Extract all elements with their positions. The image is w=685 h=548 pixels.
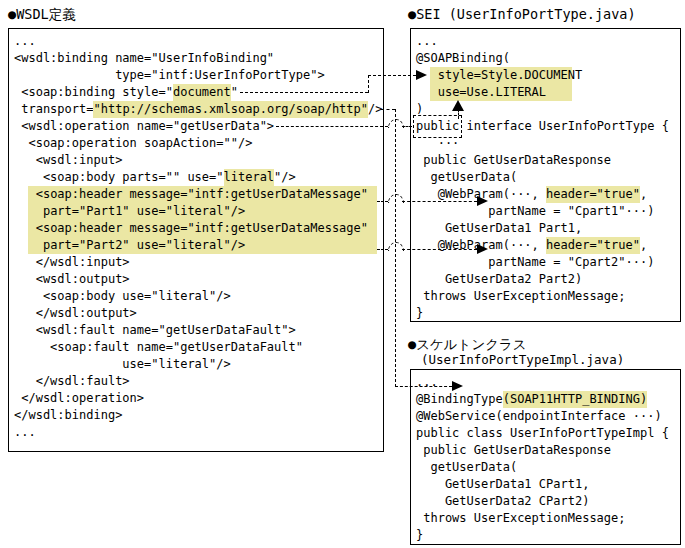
highlight-segment: part="Part2" use="literal"/>: [28, 237, 377, 254]
code-line: </wsdl:input>: [14, 254, 377, 271]
highlight-segment: "http://schemas.xmlsoap.org/soap/http": [93, 101, 368, 118]
skeleton-code-box: ...@BindingType(SOAP11HTTP_BINDING)@WebS…: [410, 369, 681, 545]
highlight-segment: (SOAP11HTTP_BINDING): [503, 391, 648, 408]
code-line: public GetUserDataResponse: [416, 152, 674, 169]
connector-document-style-seg2: [368, 75, 369, 93]
code-text: ): [416, 101, 423, 118]
wsdl-title: ●WSDL定義: [8, 6, 76, 22]
code-line: throws UserExceptionMessage;: [416, 288, 674, 305]
code-line: ...: [416, 33, 674, 50]
connector-part1-webparam-seg2: [402, 201, 477, 202]
code-text: ,: [640, 186, 647, 203]
highlight-segment: style=Style.DOCUMENT: [430, 67, 572, 84]
code-line: <soap:header message="intf:getUserDataMe…: [14, 220, 377, 237]
code-line: GetUserData1 CPart1,: [416, 476, 674, 493]
skeleton-title: ●スケルトンクラス: [408, 336, 527, 352]
code-line: <wsdl:output>: [14, 271, 377, 288]
code-text: ...: [14, 424, 36, 441]
code-line: <soap:body use="literal"/>: [14, 288, 377, 305]
code-line: @WebService(endpointInterface ···): [416, 408, 674, 425]
code-text: getUserData(: [416, 169, 517, 186]
code-line: @SOAPBinding(: [416, 50, 674, 67]
connector-operation-public-seg2: [402, 126, 412, 127]
arrowhead-bindingtype-icon: [452, 381, 463, 391]
code-text: <wsdl:binding name="UserInfoBinding": [14, 50, 274, 67]
code-text: </wsdl:fault>: [14, 373, 130, 390]
code-text: [14, 203, 28, 220]
diagram: ●WSDL定義 ●SEI (UserInfoPortType.java) ●スケ…: [0, 0, 685, 548]
code-line: use="literal"/>: [14, 356, 377, 373]
code-line: partName = "Cpart2"···): [416, 254, 674, 271]
arrowhead-use-literal-icon: [452, 100, 464, 111]
code-text: partName = "Cpart2"···): [416, 254, 654, 271]
code-line: <soap:fault name="getUserDataFault": [14, 339, 377, 356]
code-text: <wsdl:output>: [14, 271, 130, 288]
connector-document-style-seg3: [368, 75, 416, 76]
code-line: type="intf:UserInfoPortType">: [14, 67, 377, 84]
code-text: GetUserData1 CPart1,: [416, 476, 589, 493]
code-line: <wsdl:binding name="UserInfoBinding": [14, 50, 377, 67]
code-text: [14, 237, 28, 254]
code-text: GetUserData2 Part2): [416, 271, 582, 288]
highlight-segment: document: [173, 84, 231, 101]
code-line: <wsdl:input>: [14, 152, 377, 169]
code-line: part="Part1" use="literal"/>: [14, 203, 377, 220]
code-text: }: [416, 527, 423, 544]
code-text: GetUserData1 Part1,: [416, 220, 582, 237]
code-text: throws UserExceptionMessage;: [416, 288, 626, 305]
arrowhead-style-document-icon: [416, 70, 427, 80]
code-line: <soap:body parts="" use="literal"/>: [14, 169, 377, 186]
code-line: throws UserExceptionMessage;: [416, 510, 674, 527]
code-text: }: [416, 305, 423, 322]
code-text: ···: [416, 135, 459, 152]
code-text: public GetUserDataResponse: [416, 152, 611, 169]
highlight-segment: <soap:header message="intf:getUserDataMe…: [28, 220, 377, 237]
public-keyword-box: public: [416, 118, 459, 135]
code-line: GetUserData2 Part2): [416, 271, 674, 288]
code-line: ...: [14, 33, 377, 50]
code-line: }: [416, 527, 674, 544]
code-line: </wsdl:output>: [14, 305, 377, 322]
code-text: </wsdl:binding>: [14, 407, 122, 424]
code-text: [416, 84, 430, 101]
sei-code-box: ...@SOAPBinding( style=Style.DOCUMENT us…: [410, 28, 681, 322]
connector-part1-webparam-seg1: [377, 201, 388, 202]
code-text: partName = "Cpart1"···): [416, 203, 654, 220]
code-text: public class UserInfoPortTypeImpl {: [416, 425, 669, 442]
connector-operation-public-seg1: [276, 126, 388, 127]
code-text: <soap:binding style=": [14, 84, 173, 101]
code-text: ": [231, 84, 238, 101]
code-line: partName = "Cpart1"···): [416, 203, 674, 220]
code-text: use="literal"/>: [14, 356, 231, 373]
highlight-segment: header="true": [546, 186, 640, 203]
code-text: @BindingType: [416, 391, 503, 408]
arrowhead-webparam1-icon: [477, 196, 488, 206]
code-text: ...: [14, 33, 36, 50]
highlight-segment: <soap:header message="intf:getUserDataMe…: [28, 186, 377, 203]
skeleton-subtitle: (UserInfoPortTypeImpl.java): [421, 352, 624, 368]
code-text: ...: [416, 33, 438, 50]
code-line: public GetUserDataResponse: [416, 442, 674, 459]
code-line: </wsdl:operation>: [14, 390, 377, 407]
code-text: [14, 186, 28, 203]
code-text: [14, 220, 28, 237]
code-text: "/>: [274, 169, 296, 186]
highlight-segment: literal: [224, 169, 275, 186]
code-line: </wsdl:fault>: [14, 373, 377, 390]
code-text: </wsdl:input>: [14, 254, 130, 271]
code-text: throws UserExceptionMessage;: [416, 510, 626, 527]
code-text: @SOAPBinding(: [416, 50, 510, 67]
code-line: GetUserData1 Part1,: [416, 220, 674, 237]
code-text: getUserData(: [416, 459, 517, 476]
code-line: use=Use.LITERAL: [416, 84, 674, 101]
code-line: }: [416, 305, 674, 322]
code-line: public class UserInfoPortTypeImpl {: [416, 425, 674, 442]
sei-title: ●SEI (UserInfoPortType.java): [408, 6, 636, 22]
code-line: @WebParam(···, header="true",: [416, 237, 674, 254]
code-line: <wsdl:fault name="getUserDataFault">: [14, 322, 377, 339]
code-text: </wsdl:output>: [14, 305, 137, 322]
code-line: GetUserData2 CPart2): [416, 493, 674, 510]
code-text: @WebService(endpointInterface ···): [416, 408, 662, 425]
connector-part2-webparam-seg2: [402, 249, 477, 250]
code-text: ,: [640, 237, 647, 254]
